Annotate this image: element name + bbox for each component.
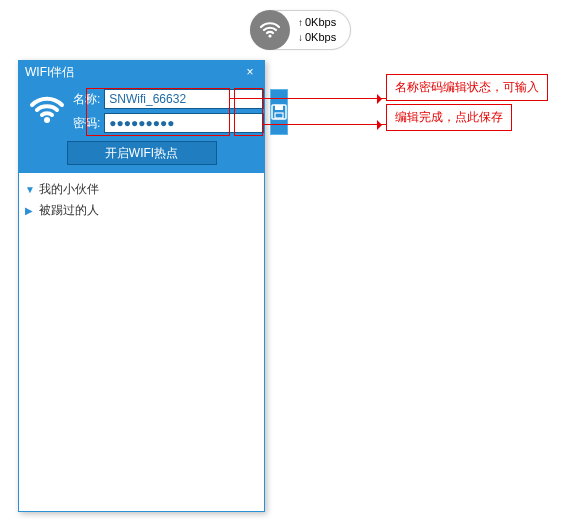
wifi-large-icon (27, 89, 67, 131)
up-arrow-icon: ↑ (298, 17, 303, 28)
header-panel: 名称: 密码: 开启WIFI热点 (19, 83, 264, 173)
start-hotspot-label: 开启WIFI热点 (105, 145, 178, 162)
password-input[interactable] (104, 113, 264, 133)
svg-point-1 (44, 117, 50, 123)
save-icon (271, 104, 287, 120)
arrow-to-anno2 (263, 124, 386, 125)
start-hotspot-button[interactable]: 开启WIFI热点 (67, 141, 217, 165)
wifi-companion-window: WIFI伴侣 × 名称: 密码: (18, 60, 265, 512)
window-title: WIFI伴侣 (25, 64, 74, 81)
name-input[interactable] (104, 89, 264, 109)
down-arrow-icon: ↓ (298, 32, 303, 43)
save-button[interactable] (270, 89, 288, 135)
password-label: 密码: (73, 115, 100, 132)
close-button[interactable]: × (242, 65, 258, 79)
wifi-icon (250, 10, 290, 50)
svg-rect-3 (275, 105, 283, 110)
name-label: 名称: (73, 91, 100, 108)
speed-rates: ↑0Kbps ↓0Kbps (298, 15, 336, 45)
list-item-friends[interactable]: ▼ 我的小伙伴 (25, 179, 258, 200)
collapse-icon: ▶ (25, 205, 35, 216)
arrow-to-anno1 (230, 98, 386, 99)
svg-point-0 (268, 34, 271, 37)
titlebar: WIFI伴侣 × (19, 61, 264, 83)
annotation-input-editable: 名称密码编辑状态，可输入 (386, 74, 548, 101)
list-item-kicked[interactable]: ▶ 被踢过的人 (25, 200, 258, 221)
list-label: 被踢过的人 (39, 202, 99, 219)
list-label: 我的小伙伴 (39, 181, 99, 198)
body-panel: ▼ 我的小伙伴 ▶ 被踢过的人 (19, 173, 264, 511)
expand-icon: ▼ (25, 184, 35, 195)
down-speed: 0Kbps (305, 31, 336, 43)
up-speed: 0Kbps (305, 16, 336, 28)
speed-indicator: ↑0Kbps ↓0Kbps (250, 10, 351, 50)
svg-rect-4 (275, 113, 283, 118)
annotation-save: 编辑完成，点此保存 (386, 104, 512, 131)
